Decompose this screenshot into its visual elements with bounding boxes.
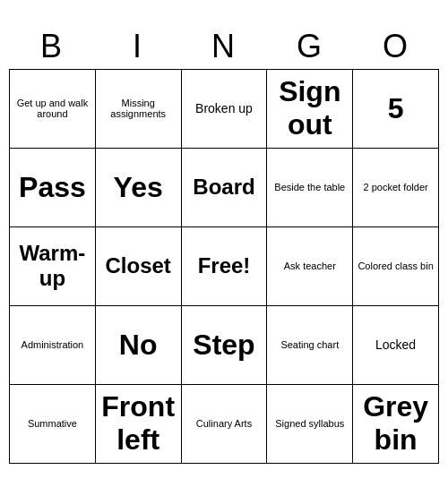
- bingo-cell: Pass: [10, 149, 96, 227]
- cell-text: Signed syllabus: [275, 418, 344, 429]
- bingo-cell: Seating chart: [267, 306, 353, 385]
- cell-text: Get up and walk around: [13, 98, 91, 119]
- cell-text: No: [119, 329, 158, 362]
- cell-text: Free!: [198, 253, 251, 278]
- bingo-header: BINGO: [9, 24, 439, 69]
- cell-text: Board: [193, 175, 254, 200]
- bingo-cell: Culinary Arts: [182, 385, 268, 464]
- bingo-cell: Summative: [10, 385, 96, 464]
- bingo-cell: Warm-up: [10, 227, 96, 306]
- bingo-cell: Beside the table: [267, 149, 353, 227]
- bingo-cell: Signed syllabus: [267, 385, 353, 464]
- cell-text: Missing assignments: [99, 98, 177, 119]
- bingo-cell: 2 pocket folder: [353, 149, 439, 227]
- header-letter: G: [267, 24, 353, 69]
- bingo-cell: Front left: [96, 385, 182, 464]
- bingo-grid: Get up and walk aroundMissing assignment…: [9, 69, 439, 464]
- cell-text: Culinary Arts: [196, 418, 252, 429]
- bingo-cell: Grey bin: [353, 385, 439, 464]
- cell-text: Grey bin: [357, 390, 435, 457]
- bingo-cell: Ask teacher: [267, 227, 353, 306]
- cell-text: Administration: [22, 339, 84, 350]
- bingo-cell: Free!: [182, 227, 268, 306]
- cell-text: Warm-up: [13, 241, 91, 291]
- cell-text: Sign out: [271, 75, 349, 141]
- cell-text: 5: [388, 92, 404, 125]
- bingo-cell: Step: [182, 306, 268, 385]
- cell-text: Closet: [106, 253, 171, 278]
- bingo-cell: Missing assignments: [96, 70, 182, 149]
- cell-text: Broken up: [195, 101, 253, 115]
- bingo-cell: Get up and walk around: [10, 70, 96, 149]
- cell-text: Yes: [114, 171, 163, 204]
- cell-text: Locked: [375, 337, 416, 352]
- bingo-cell: Yes: [96, 149, 182, 227]
- bingo-card: BINGO Get up and walk aroundMissing assi…: [9, 24, 439, 464]
- cell-text: Front left: [99, 390, 177, 457]
- cell-text: 2 pocket folder: [364, 182, 428, 192]
- header-letter: N: [181, 24, 267, 69]
- header-letter: B: [9, 24, 95, 69]
- cell-text: Ask teacher: [284, 261, 336, 271]
- cell-text: Seating chart: [280, 339, 339, 350]
- header-letter: I: [95, 24, 181, 69]
- cell-text: Colored class bin: [358, 261, 433, 271]
- header-letter: O: [353, 24, 439, 69]
- cell-text: Summative: [28, 418, 77, 429]
- bingo-cell: Closet: [96, 227, 182, 306]
- bingo-cell: No: [96, 306, 182, 385]
- bingo-cell: Broken up: [182, 70, 268, 149]
- bingo-cell: Locked: [353, 306, 439, 385]
- bingo-cell: Board: [182, 149, 268, 227]
- cell-text: Pass: [19, 171, 86, 204]
- cell-text: Beside the table: [274, 182, 345, 192]
- cell-text: Step: [193, 329, 254, 362]
- bingo-cell: Sign out: [267, 70, 353, 149]
- bingo-cell: Administration: [10, 306, 96, 385]
- bingo-cell: Colored class bin: [353, 227, 439, 306]
- bingo-cell: 5: [353, 70, 439, 149]
